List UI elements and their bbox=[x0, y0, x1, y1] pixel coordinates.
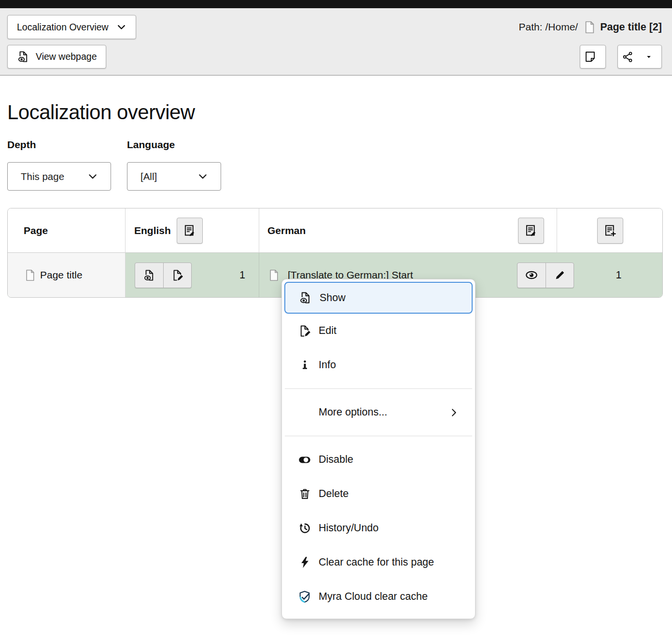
menu-item-label: Clear cache for this page bbox=[319, 556, 434, 568]
pencil-icon bbox=[554, 269, 566, 281]
view-english-page-button[interactable] bbox=[135, 263, 163, 288]
view-webpage-label: View webpage bbox=[36, 51, 97, 62]
column-header-english: English bbox=[126, 208, 259, 253]
view-page-icon bbox=[17, 50, 30, 63]
german-actions bbox=[517, 263, 574, 288]
menu-item-label: Disable bbox=[319, 454, 353, 466]
menu-item-label: Delete bbox=[319, 488, 349, 500]
page-icon bbox=[24, 269, 37, 282]
page-title-text: Page title bbox=[40, 269, 83, 281]
english-actions bbox=[135, 263, 192, 288]
menu-item-show[interactable]: Show bbox=[284, 282, 473, 314]
page-icon bbox=[583, 20, 597, 34]
depth-label: Depth bbox=[7, 139, 111, 151]
history-icon bbox=[298, 522, 311, 535]
docheader: Localization Overview Path: /Home/ Page … bbox=[0, 8, 672, 76]
myra-shield-icon bbox=[298, 590, 311, 604]
chevron-right-icon bbox=[448, 407, 459, 418]
context-menu: Show Edit Info More options... Disable D… bbox=[281, 279, 476, 619]
column-header-german-label: German bbox=[267, 225, 306, 236]
share-button[interactable] bbox=[617, 45, 662, 69]
column-header-english-label: English bbox=[134, 225, 171, 236]
german-element-count: 1 bbox=[616, 269, 622, 281]
menu-item-more-options[interactable]: More options... bbox=[284, 395, 473, 429]
chevron-down-icon bbox=[116, 22, 126, 32]
eye-icon bbox=[525, 268, 538, 282]
depth-select[interactable]: This page bbox=[7, 162, 111, 191]
edit-german-page-button[interactable] bbox=[546, 263, 574, 288]
add-records-icon bbox=[603, 224, 617, 237]
view-german-page-button[interactable] bbox=[518, 263, 546, 288]
view-page-icon bbox=[299, 291, 312, 304]
share-icon bbox=[622, 51, 634, 63]
info-icon bbox=[299, 359, 311, 371]
menu-item-label: Show bbox=[320, 292, 346, 304]
view-webpage-button[interactable]: View webpage bbox=[7, 45, 106, 69]
language-label: Language bbox=[127, 139, 221, 151]
edit-records-icon bbox=[524, 224, 538, 237]
caret-down-icon bbox=[645, 54, 652, 60]
menu-item-label: More options... bbox=[319, 406, 387, 418]
chevron-down-icon bbox=[197, 171, 208, 182]
edit-english-page-button[interactable] bbox=[163, 263, 191, 288]
view-page-icon bbox=[143, 269, 156, 282]
menu-item-disable[interactable]: Disable bbox=[284, 442, 473, 477]
column-header-new-translation bbox=[557, 208, 663, 253]
menu-item-label: Myra Cloud clear cache bbox=[319, 591, 428, 603]
notes-button[interactable] bbox=[580, 45, 606, 69]
menu-item-info[interactable]: Info bbox=[284, 348, 473, 382]
column-header-page: Page bbox=[8, 208, 126, 253]
menu-item-label: Edit bbox=[319, 325, 336, 337]
menu-item-clear-cache[interactable]: Clear cache for this page bbox=[284, 545, 473, 580]
note-icon bbox=[584, 50, 597, 63]
create-translation-button[interactable] bbox=[597, 218, 623, 244]
german-count-cell: 1 bbox=[574, 253, 663, 297]
page-cell: Page title bbox=[8, 253, 126, 297]
lightning-bolt-icon bbox=[298, 556, 311, 569]
edit-page-icon bbox=[171, 269, 184, 282]
table-header-row: Page English German bbox=[8, 208, 662, 253]
page-heading: Localization overview bbox=[7, 101, 665, 124]
menu-item-history-undo[interactable]: History/Undo bbox=[284, 511, 473, 545]
edit-records-icon bbox=[183, 224, 196, 237]
menu-item-label: Info bbox=[319, 359, 336, 371]
edit-page-icon bbox=[298, 324, 311, 338]
english-cell: 1 bbox=[126, 253, 259, 297]
path-text: Path: /Home/ bbox=[519, 21, 578, 33]
chevron-down-icon bbox=[87, 171, 98, 182]
window-top-strip bbox=[0, 0, 672, 8]
menu-item-delete[interactable]: Delete bbox=[284, 477, 473, 511]
module-function-label: Localization Overview bbox=[17, 22, 109, 33]
english-element-count: 1 bbox=[239, 269, 245, 281]
page-path: Path: /Home/ Page title [2] bbox=[519, 20, 662, 34]
column-header-german: German bbox=[259, 208, 557, 253]
page-icon bbox=[267, 269, 280, 282]
language-select[interactable]: [All] bbox=[127, 162, 221, 191]
path-page-reference: Page title [2] bbox=[600, 21, 662, 33]
language-selected-value: [All] bbox=[140, 171, 157, 182]
menu-divider bbox=[285, 388, 472, 389]
menu-item-label: History/Undo bbox=[319, 522, 378, 534]
module-function-select[interactable]: Localization Overview bbox=[7, 15, 136, 39]
depth-selected-value: This page bbox=[21, 171, 64, 182]
menu-divider bbox=[285, 436, 472, 436]
menu-item-myra-clear-cache[interactable]: Myra Cloud clear cache bbox=[284, 580, 473, 614]
edit-all-english-button[interactable] bbox=[177, 218, 203, 244]
trash-icon bbox=[298, 487, 311, 500]
edit-all-german-button[interactable] bbox=[518, 218, 544, 244]
toggle-icon bbox=[298, 453, 311, 467]
menu-item-edit[interactable]: Edit bbox=[284, 314, 473, 348]
